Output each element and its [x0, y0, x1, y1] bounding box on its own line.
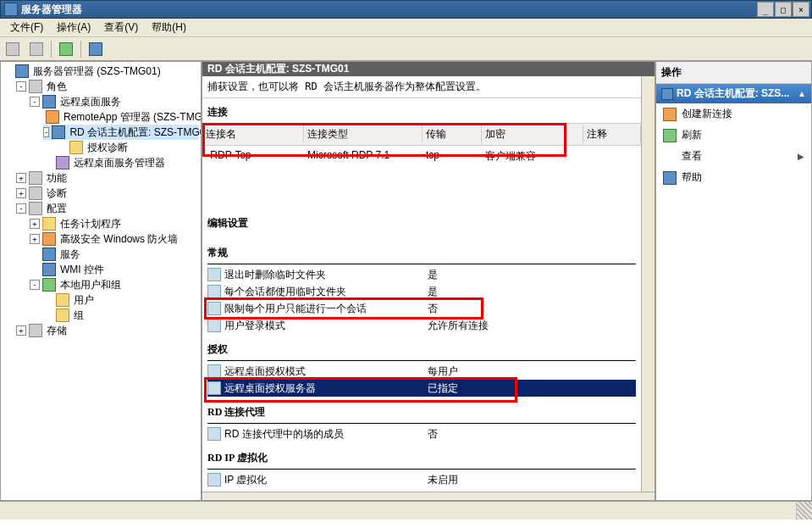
tree-users[interactable]: 用户: [43, 292, 199, 308]
tree-services[interactable]: 服务: [30, 247, 199, 262]
refresh-button[interactable]: [57, 40, 75, 58]
server-icon: [15, 64, 29, 78]
window-titlebar: 服务器管理器 _ □ ×: [0, 0, 812, 19]
status-bar: [0, 501, 812, 520]
menu-view[interactable]: 查看(V): [97, 19, 145, 36]
setting-licmode[interactable]: 远程桌面授权模式每用户: [207, 363, 636, 380]
setting-single-session[interactable]: 限制每个用户只能进行一个会话否: [207, 300, 636, 317]
tree-rds[interactable]: - 远程桌面服务: [30, 94, 199, 109]
back-button[interactable]: [3, 40, 22, 58]
diag-icon: [29, 186, 42, 200]
forward-button[interactable]: [27, 40, 46, 58]
scrollbar-vertical[interactable]: [641, 76, 655, 492]
action-refresh[interactable]: 刷新: [656, 125, 811, 146]
action-help[interactable]: 帮助: [656, 167, 811, 188]
expand-icon[interactable]: +: [30, 219, 40, 229]
conn-row-rdp[interactable]: RDP-Tcp Microsoft RDP 7.1 tcp 客户端兼容: [202, 146, 641, 167]
menu-action[interactable]: 操作(A): [50, 19, 97, 36]
expand-icon[interactable]: +: [16, 173, 26, 183]
setting-tempdelete[interactable]: 退出时删除临时文件夹是: [207, 266, 636, 283]
close-button[interactable]: ×: [793, 2, 809, 17]
tree-label: 功能: [45, 171, 69, 186]
tree-diag[interactable]: +诊断: [16, 186, 199, 201]
resize-grip[interactable]: [797, 502, 812, 520]
tree-features[interactable]: +功能: [16, 170, 199, 186]
tree-licdiag[interactable]: 授权诊断: [57, 140, 199, 155]
col-type[interactable]: 连接类型: [304, 125, 423, 143]
center-header: RD 会话主机配置: SZS-TMG01: [202, 62, 655, 76]
storage-icon: [29, 324, 42, 337]
tree-rdconfig[interactable]: - RD 会话主机配置: SZS-TMG01: [43, 125, 199, 140]
conn-enc: 客户端兼容: [482, 147, 583, 165]
setting-icon: [207, 427, 221, 441]
tree-wmi[interactable]: WMI 控件: [30, 262, 199, 277]
tree-root[interactable]: 服务器管理器 (SZS-TMG01): [3, 64, 199, 79]
menu-file[interactable]: 文件(F): [3, 19, 50, 36]
tree-label: 组: [72, 308, 86, 323]
tree-pane[interactable]: 服务器管理器 (SZS-TMG01) - 角色 - 远程桌面服务: [0, 61, 202, 501]
setting-ipvirt[interactable]: IP 虚拟化未启用: [207, 471, 636, 488]
conn-name: RDP-Tcp: [210, 149, 251, 161]
tree-label: 授权诊断: [86, 141, 130, 155]
conn-trans: tcp: [423, 147, 482, 165]
tree-rdsmgr[interactable]: 远程桌面服务管理器: [43, 155, 199, 170]
expand-icon[interactable]: +: [30, 234, 40, 244]
setting-licserver[interactable]: 远程桌面授权服务器已指定: [207, 380, 636, 397]
actions-subtitle-label: RD 会话主机配置: SZS...: [677, 86, 789, 101]
scrollbar-horizontal[interactable]: [202, 492, 655, 500]
action-label: 查看: [682, 149, 702, 164]
tree-roles[interactable]: - 角色: [16, 79, 199, 94]
action-label: 帮助: [682, 170, 702, 185]
collapse-icon[interactable]: -: [30, 97, 40, 107]
collapse-icon[interactable]: -: [16, 81, 26, 92]
group-ipvirt: RD IP 虚拟化: [207, 447, 636, 470]
setting-label: RD 连接代理中的场的成员: [224, 427, 428, 442]
tree-label: 任务计划程序: [58, 217, 123, 231]
config-icon: [29, 202, 42, 215]
tree-groups[interactable]: 组: [43, 308, 199, 323]
actions-subtitle[interactable]: RD 会话主机配置: SZS... ▲: [656, 84, 811, 103]
tree-label: 诊断: [45, 186, 69, 201]
action-view[interactable]: 查看▶: [656, 146, 811, 167]
tree-tasksch[interactable]: +任务计划程序: [30, 216, 199, 231]
new-icon: [663, 108, 677, 121]
tree-firewall[interactable]: +高级安全 Windows 防火墙: [30, 231, 199, 247]
setting-brokermember[interactable]: RD 连接代理中的场的成员否: [207, 425, 636, 442]
help-button[interactable]: [86, 40, 105, 58]
toolbar-separator: [51, 41, 52, 58]
status-cell: [0, 502, 797, 520]
action-newconn[interactable]: 创建新连接: [656, 103, 811, 125]
collapse-icon[interactable]: -: [30, 280, 40, 290]
firewall-icon: [42, 232, 56, 246]
col-trans[interactable]: 传输: [423, 125, 482, 143]
menu-help[interactable]: 帮助(H): [145, 19, 193, 36]
collapse-icon[interactable]: -: [43, 127, 49, 137]
col-rem[interactable]: 注释: [583, 125, 641, 143]
col-enc[interactable]: 加密: [482, 125, 583, 143]
app-icon: [4, 3, 18, 16]
expand-icon[interactable]: +: [16, 325, 26, 336]
setting-value: 已指定: [428, 381, 636, 396]
tree-config[interactable]: -配置: [16, 201, 199, 216]
setting-value: 是: [428, 285, 636, 299]
setting-tempuse[interactable]: 每个会话都使用临时文件夹是: [207, 283, 636, 300]
folder-icon: [56, 293, 69, 307]
setting-icon: [207, 285, 221, 298]
chevron-up-icon: ▲: [798, 89, 806, 98]
section-editsettings: 编辑设置: [202, 209, 641, 234]
expand-icon[interactable]: +: [16, 188, 26, 198]
refresh-icon: [663, 129, 677, 142]
tree-label: RD 会话主机配置: SZS-TMG01: [68, 125, 202, 140]
tree-localusers[interactable]: -本地用户和组: [30, 277, 199, 292]
rd-icon: [661, 88, 673, 100]
tree-storage[interactable]: +存储: [16, 323, 199, 338]
col-name[interactable]: 连接名: [202, 125, 304, 143]
collapse-icon[interactable]: -: [16, 203, 26, 214]
tree-remoteapp[interactable]: RemoteApp 管理器 (SZS-TMG0: [43, 109, 199, 125]
minimize-button[interactable]: _: [757, 2, 774, 17]
setting-loginmode[interactable]: 用户登录模式允许所有连接: [207, 317, 636, 334]
maximize-button[interactable]: □: [775, 2, 792, 17]
actions-title: 操作: [656, 62, 811, 84]
window-title: 服务器管理器: [21, 3, 756, 17]
conn-table-header: 连接名 连接类型 传输 加密 注释: [202, 123, 641, 146]
